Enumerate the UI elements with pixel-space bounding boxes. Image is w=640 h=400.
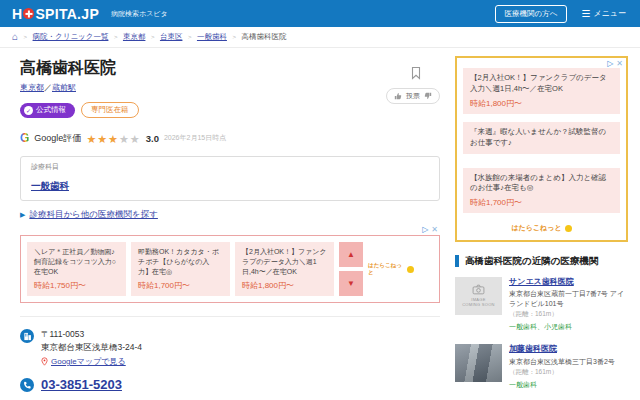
ad-logo-text: はたらこねっと: [511, 223, 561, 233]
phone-number-link[interactable]: 03-3851-5203: [41, 377, 122, 392]
star-rating: ★★★★★: [86, 129, 140, 147]
sidebar-ad: ▷ ✕ 【2月入社OK！】ファンクラブのデータ入力＼週1日,4h〜／在宅OK 時…: [455, 56, 628, 242]
nearby-clinic-distance: （距離：161m）: [509, 310, 628, 319]
breadcrumb-separator: ＞: [112, 33, 119, 42]
bookmark-icon[interactable]: [410, 66, 422, 84]
department-label: 診療科目: [31, 162, 429, 172]
menu-label: メニュー: [593, 8, 626, 19]
ad-network-logo[interactable]: はたらこねっと: [368, 242, 414, 296]
prefecture-link[interactable]: 東京都: [20, 83, 44, 92]
ad-scroll-down-button[interactable]: ▼: [339, 271, 363, 296]
nearby-clinic-item: 加藤歯科医院 東京都台東区浅草橋三丁目3番2号 （距離：161m） 一般歯科: [455, 344, 628, 390]
ad-close-icon[interactable]: ✕: [431, 225, 438, 234]
breadcrumb: ⌂ ＞ 病院・クリニック一覧 ＞ 東京都 ＞ 台東区 ＞ 一般歯科 ＞ 高橋歯科…: [0, 27, 640, 48]
ad-price: 時給1,800円〜: [470, 98, 613, 109]
hamburger-icon: ☰: [581, 8, 590, 19]
divider: [20, 316, 440, 317]
breadcrumb-separator: ＞: [22, 33, 29, 42]
department-box: 診療科目 一般歯科: [20, 156, 440, 201]
ad-price: 時給1,700円〜: [470, 197, 613, 208]
ad-close-icon[interactable]: ✕: [616, 59, 623, 68]
logo-text-rest: SPITA.JP: [35, 6, 99, 22]
breadcrumb-link-prefecture[interactable]: 東京都: [123, 32, 146, 42]
nearby-clinic-address: 東京都台東区蔵前一丁目7番7号 アイランドビル101号: [509, 289, 628, 309]
ad-title: 【2月入社OK！】ファンクラブのデータ入力＼週1日,4h〜／在宅OK: [470, 73, 613, 95]
ad-item[interactable]: ＼レア＊正社員／動物園♪飼育記録をコツコツ入力○在宅OK 時給1,750円〜: [27, 242, 126, 296]
ad-item[interactable]: 『来週』暇な人いませんか？試験監督のお仕事です♪: [463, 122, 620, 154]
breadcrumb-separator: ＞: [186, 33, 193, 42]
site-logo[interactable]: HSPITA.JP: [12, 6, 99, 22]
provider-button[interactable]: 医療機関の方へ: [495, 5, 568, 23]
site-tagline: 病院検索ホスピタ: [111, 9, 168, 19]
thumbs-down-icon[interactable]: [424, 92, 432, 100]
nearby-clinic-distance: （距離：161m）: [509, 368, 615, 377]
department-link[interactable]: 一般歯科: [31, 180, 69, 191]
nearby-clinic-genres: 一般歯科: [509, 380, 615, 390]
adchoices-icon[interactable]: ▷: [422, 225, 428, 234]
ad-item[interactable]: 【2月入社OK！】ファンクラブのデータ入力＼週1日,4h〜／在宅OK 時給1,8…: [235, 242, 334, 296]
nearby-clinic-item: IMAGECOMING SOON サンエス歯科医院 東京都台東区蔵前一丁目7番7…: [455, 277, 628, 332]
specialist-badge: 専門医在籍: [81, 102, 139, 118]
ad-item[interactable]: 即勤務OK！カタカタ・ポチポチ【ひらがなの入力】在宅◎ 時給1,700円〜: [131, 242, 230, 296]
vote-control[interactable]: 投票: [386, 88, 440, 104]
phone-icon: [20, 378, 34, 392]
ad-title: 即勤務OK！カタカタ・ポチポチ【ひらがなの入力】在宅◎: [138, 247, 223, 276]
menu-button[interactable]: ☰ メニュー: [581, 8, 626, 19]
map-pin-icon: [41, 357, 48, 366]
ad-title: ＼レア＊正社員／動物園♪飼育記録をコツコツ入力○在宅OK: [34, 247, 119, 276]
home-icon[interactable]: ⌂: [12, 32, 18, 42]
logo-text-h: H: [12, 6, 22, 22]
google-rating: G Google評価 ★★★★★ 3.0 2026年2月15日時点: [20, 129, 440, 147]
ad-item[interactable]: 【水族館の来場者のまとめ】入力と確認のお仕事♪在宅も◎ 時給1,700円〜: [463, 168, 620, 214]
nearby-clinic-genres: 一般歯科、小児歯科: [509, 322, 628, 332]
ad-scroll-up-button[interactable]: ▲: [339, 242, 363, 267]
adchoices-icon[interactable]: ▷: [607, 59, 613, 68]
ad-price: 時給1,750円〜: [34, 276, 119, 291]
google-rating-label: Google評価: [34, 132, 81, 145]
ad-price: 時給1,700円〜: [138, 276, 223, 291]
address-block: 〒111-0053 東京都台東区浅草橋3-24-4 Googleマップで見る: [41, 328, 142, 368]
breadcrumb-separator: ＞: [231, 33, 238, 42]
breadcrumb-current: 高橋歯科医院: [241, 32, 286, 42]
ad-network-logo[interactable]: はたらこねっと: [463, 221, 620, 236]
station-link[interactable]: 蔵前駅: [52, 83, 76, 92]
official-badge-label: 公式情報: [36, 105, 66, 115]
breadcrumb-link-city[interactable]: 台東区: [160, 32, 183, 42]
clinic-photo: [455, 344, 502, 382]
page-title: 高橋歯科医院: [20, 58, 440, 79]
breadcrumb-separator: ＞: [149, 33, 156, 42]
nearby-section-heading: 高橋歯科医院の近隣の医療機関: [455, 255, 628, 266]
site-header: HSPITA.JP 病院検索ホスピタ 医療機関の方へ ☰ メニュー: [0, 0, 640, 27]
street-address: 東京都台東区浅草橋3-24-4: [41, 341, 142, 354]
nearby-clinic-link[interactable]: サンエス歯科医院: [509, 277, 628, 288]
stars-empty: ★★: [119, 133, 141, 145]
postal-code: 〒111-0053: [41, 328, 142, 341]
ad-title: 【水族館の来場者のまとめ】入力と確認のお仕事♪在宅も◎: [470, 173, 613, 195]
building-icon: [20, 329, 34, 343]
search-other-clinics-link[interactable]: 診療科目から他の医療機関を探す: [29, 209, 158, 221]
google-maps-link[interactable]: Googleマップで見る: [51, 356, 126, 368]
google-logo-icon: G: [20, 131, 29, 145]
rating-date: 2026年2月15日時点: [164, 133, 226, 143]
ad-item[interactable]: 【2月入社OK！】ファンクラブのデータ入力＼週1日,4h〜／在宅OK 時給1,8…: [463, 68, 620, 114]
ad-logo-text: はたらこねっと: [368, 262, 405, 276]
vote-label: 投票: [406, 91, 420, 101]
image-placeholder: IMAGECOMING SOON: [455, 277, 502, 315]
smiley-icon: [407, 266, 414, 273]
area-separator: ／: [44, 83, 52, 92]
breadcrumb-link-list[interactable]: 病院・クリニック一覧: [33, 32, 109, 42]
smiley-icon: [565, 225, 572, 232]
official-info-badge: ✓ 公式情報: [20, 103, 75, 118]
ad-title: 【2月入社OK！】ファンクラブのデータ入力＼週1日,4h〜／在宅OK: [242, 247, 327, 276]
check-icon: ✓: [24, 106, 33, 115]
bullet-icon: ▶: [20, 211, 25, 219]
area-links: 東京都／蔵前駅: [20, 82, 440, 93]
rating-score: 3.0: [146, 133, 159, 144]
thumbs-up-icon[interactable]: [394, 92, 402, 100]
nearby-clinic-link[interactable]: 加藤歯科医院: [509, 344, 615, 355]
ad-banner: ▷ ✕ ＼レア＊正社員／動物園♪飼育記録をコツコツ入力○在宅OK 時給1,750…: [20, 235, 440, 303]
stars-filled: ★★★: [86, 133, 119, 145]
camera-icon: [472, 284, 485, 295]
ad-title: 『来週』暇な人いませんか？試験監督のお仕事です♪: [470, 127, 613, 149]
breadcrumb-link-department[interactable]: 一般歯科: [197, 32, 227, 42]
